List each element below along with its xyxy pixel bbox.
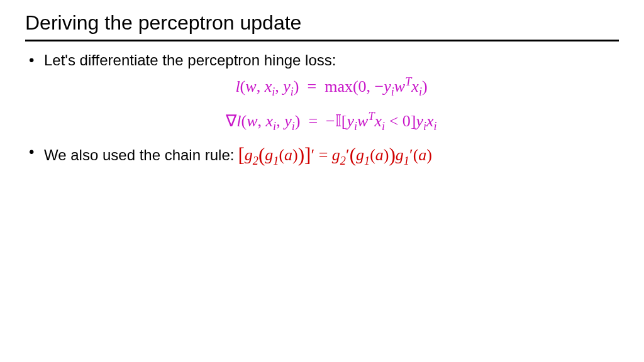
equation-gradient-math: ∇l(w, xi, yi) = −𝕀[yiwTxi < 0]yixi xyxy=(226,107,436,136)
bullet-item-1: Let's differentiate the perceptron hinge… xyxy=(44,50,619,136)
page-title: Deriving the perceptron update xyxy=(25,11,619,38)
bullet-list: Let's differentiate the perceptron hinge… xyxy=(25,50,619,169)
title-divider xyxy=(25,40,619,41)
bullet-2-text: We also used the chain rule: xyxy=(44,145,234,165)
bullet-1-text: Let's differentiate the perceptron hinge… xyxy=(44,52,336,69)
equation-loss-math: l(w, xi, yi) = max(0, −yiwTxi) xyxy=(235,73,427,101)
slide-container: Deriving the perceptron update Let's dif… xyxy=(0,0,644,169)
equation-gradient: ∇l(w, xi, yi) = −𝕀[yiwTxi < 0]yixi xyxy=(44,107,619,136)
bullet-item-2: We also used the chain rule: [g2(g1(a))]… xyxy=(44,142,619,168)
equation-loss: l(w, xi, yi) = max(0, −yiwTxi) xyxy=(44,73,619,101)
equation-chain-rule: [g2(g1(a))]′ = g2′(g1(a))g1′(a) xyxy=(238,142,432,168)
